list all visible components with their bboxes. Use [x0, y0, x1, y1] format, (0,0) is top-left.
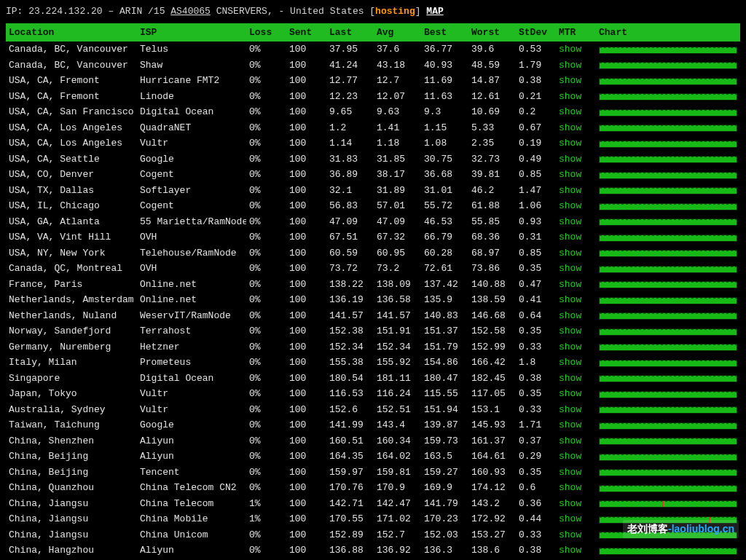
- cell-loss: 0%: [246, 214, 286, 230]
- cell-worst: 46.2: [468, 183, 516, 199]
- mtr-show-link[interactable]: show: [556, 465, 596, 481]
- cell-last: 152.89: [326, 527, 374, 543]
- table-row: China, BeijingAliyun0%100164.35164.02163…: [6, 449, 740, 465]
- mtr-show-link[interactable]: show: [556, 402, 596, 418]
- table-row: USA, CA, FremontHurricane FMT20%10012.77…: [6, 73, 740, 89]
- cell-last: 138.22: [326, 277, 374, 293]
- col-loss[interactable]: Loss: [246, 23, 286, 42]
- col-stdev[interactable]: StDev: [516, 23, 556, 42]
- mtr-show-link[interactable]: show: [556, 167, 596, 183]
- mtr-show-link[interactable]: show: [556, 214, 596, 230]
- cell-avg: 1.18: [374, 135, 421, 151]
- sparkline: [599, 109, 737, 117]
- col-sent[interactable]: Sent: [286, 23, 326, 42]
- mtr-show-link[interactable]: show: [556, 245, 596, 261]
- col-avg[interactable]: Avg: [374, 23, 421, 42]
- cell-stdev: 0.37: [516, 433, 556, 449]
- cell-best: 11.63: [421, 89, 468, 105]
- cell-loss: 0%: [246, 120, 286, 136]
- cell-best: 36.68: [421, 167, 468, 183]
- header-as-link[interactable]: AS40065: [170, 6, 211, 17]
- mtr-show-link[interactable]: show: [556, 496, 596, 512]
- cell-isp: OVH: [137, 261, 246, 277]
- col-chart[interactable]: Chart: [596, 23, 740, 42]
- mtr-show-link[interactable]: show: [556, 104, 596, 120]
- mtr-show-link[interactable]: show: [556, 543, 596, 559]
- col-best[interactable]: Best: [421, 23, 468, 42]
- mtr-show-link[interactable]: show: [556, 120, 596, 136]
- mtr-show-link[interactable]: show: [556, 449, 596, 465]
- cell-loss: 0%: [246, 371, 286, 387]
- mtr-show-link[interactable]: show: [556, 292, 596, 308]
- cell-worst: 10.69: [468, 104, 516, 120]
- cell-sent: 100: [286, 229, 326, 245]
- mtr-show-link[interactable]: show: [556, 511, 596, 527]
- mtr-show-link[interactable]: show: [556, 371, 596, 387]
- mtr-show-link[interactable]: show: [556, 42, 596, 58]
- cell-loss: 0%: [246, 58, 286, 74]
- mtr-show-link[interactable]: show: [556, 58, 596, 74]
- mtr-show-link[interactable]: show: [556, 277, 596, 293]
- mtr-show-link[interactable]: show: [556, 480, 596, 496]
- mtr-show-link[interactable]: show: [556, 308, 596, 324]
- col-last[interactable]: Last: [326, 23, 374, 42]
- loss-spike-icon: [662, 500, 664, 508]
- cell-isp: Hurricane FMT2: [137, 73, 246, 89]
- col-mtr[interactable]: MTR: [556, 23, 596, 42]
- mtr-show-link[interactable]: show: [556, 151, 596, 167]
- table-row: Germany, NurembergHetzner0%100152.34152.…: [6, 339, 740, 355]
- cell-worst: 73.86: [468, 261, 516, 277]
- cell-sent: 100: [286, 58, 326, 74]
- cell-chart: [596, 277, 740, 293]
- cell-location: China, Jiangsu: [6, 496, 137, 512]
- mtr-show-link[interactable]: show: [556, 433, 596, 449]
- table-row: Canada, QC, MontrealOVH0%10073.7273.272.…: [6, 261, 740, 277]
- header-map-link[interactable]: MAP: [426, 6, 443, 17]
- cell-chart: [596, 543, 740, 559]
- col-location[interactable]: Location: [6, 23, 137, 42]
- table-row: Taiwan, TaichungGoogle0%100141.99143.413…: [6, 417, 740, 433]
- cell-stdev: 0.38: [516, 73, 556, 89]
- mtr-show-link[interactable]: show: [556, 386, 596, 402]
- cell-location: Italy, Milan: [6, 355, 137, 371]
- cell-avg: 151.91: [374, 323, 421, 339]
- mtr-show-link[interactable]: show: [556, 229, 596, 245]
- mtr-show-link[interactable]: show: [556, 417, 596, 433]
- mtr-show-link[interactable]: show: [556, 183, 596, 199]
- mtr-show-link[interactable]: show: [556, 323, 596, 339]
- mtr-show-link[interactable]: show: [556, 339, 596, 355]
- table-row: China, JiangsuChina Mobile1%100170.55171…: [6, 511, 740, 527]
- table-header-row: Location ISP Loss Sent Last Avg Best Wor…: [6, 23, 740, 42]
- cell-location: Netherlands, Nuland: [6, 308, 137, 324]
- cell-isp: Google: [137, 151, 246, 167]
- cell-loss: 0%: [246, 417, 286, 433]
- cell-avg: 160.34: [374, 433, 421, 449]
- cell-sent: 100: [286, 135, 326, 151]
- cell-stdev: 0.85: [516, 245, 556, 261]
- cell-last: 37.95: [326, 42, 374, 58]
- cell-last: 60.59: [326, 245, 374, 261]
- mtr-show-link[interactable]: show: [556, 89, 596, 105]
- cell-stdev: 0.49: [516, 151, 556, 167]
- mtr-show-link[interactable]: show: [556, 198, 596, 214]
- table-row: Norway, SandefjordTerrahost0%100152.3815…: [6, 323, 740, 339]
- cell-sent: 100: [286, 527, 326, 543]
- col-isp[interactable]: ISP: [137, 23, 246, 42]
- cell-sent: 100: [286, 402, 326, 418]
- cell-worst: 138.59: [468, 292, 516, 308]
- header-line: IP: 23.224.132.20 – ARIN /15 AS40065 CNS…: [6, 4, 740, 19]
- cell-last: 36.89: [326, 167, 374, 183]
- col-worst[interactable]: Worst: [468, 23, 516, 42]
- cell-loss: 0%: [246, 151, 286, 167]
- cell-sent: 100: [286, 42, 326, 58]
- sparkline: [599, 125, 737, 132]
- cell-best: 141.79: [421, 496, 468, 512]
- cell-best: 115.55: [421, 386, 468, 402]
- mtr-show-link[interactable]: show: [556, 355, 596, 371]
- mtr-show-link[interactable]: show: [556, 261, 596, 277]
- mtr-show-link[interactable]: show: [556, 73, 596, 89]
- cell-location: USA, VA, Vint Hill: [6, 229, 137, 245]
- mtr-show-link[interactable]: show: [556, 135, 596, 151]
- cell-chart: [596, 355, 740, 371]
- mtr-show-link[interactable]: show: [556, 527, 596, 543]
